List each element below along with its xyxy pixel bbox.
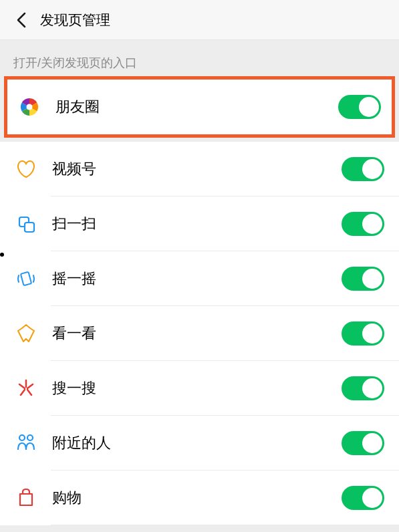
item-label: 附近的人 [52,433,342,453]
toggle-shopping[interactable] [342,486,384,510]
svg-point-11 [27,435,33,440]
svg-line-8 [21,390,25,395]
toggle-channels[interactable] [342,157,384,181]
list-item-shopping[interactable]: 购物 [0,471,399,525]
list-item-moments[interactable]: 朋友圈 [7,80,392,134]
svg-rect-3 [21,272,31,285]
toggle-shake[interactable] [342,267,384,291]
svg-line-9 [27,390,31,395]
item-label: 看一看 [52,323,342,344]
list-item-channels[interactable]: 视频号 [0,142,399,196]
svg-line-7 [27,384,33,388]
item-label: 视频号 [52,159,342,179]
page-title: 发现页管理 [40,11,110,29]
toggle-search[interactable] [342,376,384,400]
svg-marker-4 [18,325,34,342]
nearby-icon [15,432,37,454]
header: 发现页管理 [0,0,399,40]
top-stories-icon [15,322,37,345]
scan-icon [15,213,37,235]
back-button[interactable] [11,9,32,31]
list-item-search[interactable]: 搜一搜 [0,361,399,416]
list-item-shake[interactable]: 摇一摇 [0,251,399,306]
item-label: 购物 [52,488,342,508]
shopping-icon [15,487,37,509]
svg-point-10 [19,435,25,440]
search-icon [15,377,37,400]
item-label: 搜一搜 [52,378,342,398]
moments-icon [18,96,41,118]
indicator-dot [0,253,4,257]
channels-icon [15,158,37,180]
toggle-moments[interactable] [338,95,381,119]
settings-list: 视频号 扫一扫 摇一摇 看一看 [0,142,399,525]
svg-rect-2 [25,223,34,232]
toggle-top-stories[interactable] [342,321,384,346]
svg-line-6 [19,384,25,388]
item-label: 扫一扫 [52,214,342,234]
chevron-left-icon [17,12,26,28]
list-item-nearby[interactable]: 附近的人 [0,416,399,471]
toggle-nearby[interactable] [342,431,384,455]
list-item-scan[interactable]: 扫一扫 [0,196,399,251]
highlight-box: 朋友圈 [4,76,395,138]
item-label: 摇一摇 [52,269,342,289]
shake-icon [15,267,37,290]
list-item-top-stories[interactable]: 看一看 [0,306,399,361]
section-label: 打开/关闭发现页的入口 [0,40,399,76]
item-label: 朋友圈 [55,97,338,117]
toggle-scan[interactable] [342,212,384,236]
svg-point-0 [27,104,33,110]
